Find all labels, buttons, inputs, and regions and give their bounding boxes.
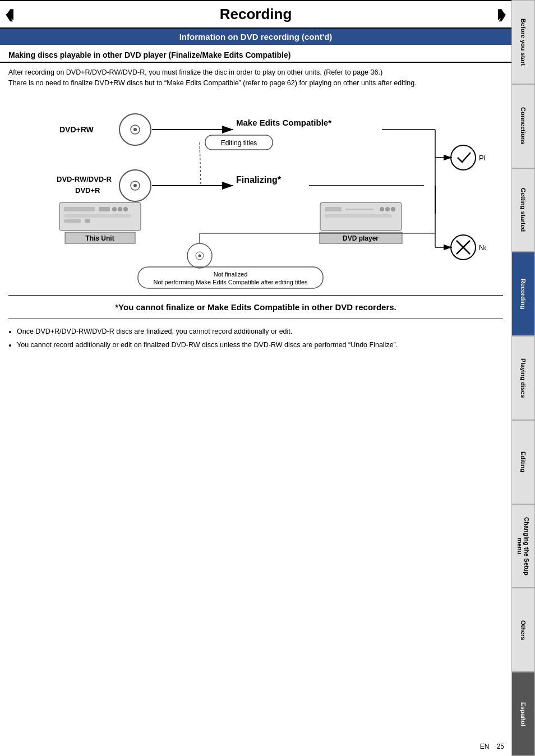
diagram-svg: DVD+RW Make Edits Compatible* Editing ti… xyxy=(26,99,486,289)
svg-point-28 xyxy=(385,207,390,211)
svg-point-27 xyxy=(380,207,384,211)
bullet-item-2-text: You cannot record additionally or edit o… xyxy=(17,341,398,349)
svg-point-29 xyxy=(391,207,395,211)
tab-before-you-start[interactable]: Before you start xyxy=(511,0,535,84)
svg-rect-21 xyxy=(64,219,81,223)
svg-point-17 xyxy=(112,207,117,211)
body-text-1: After recording on DVD+R/DVD-RW/DVD-R, y… xyxy=(8,67,503,78)
svg-point-36 xyxy=(451,145,476,170)
bullet-list: Once DVD+R/DVD-RW/DVD-R discs are finali… xyxy=(0,319,511,359)
svg-point-2 xyxy=(133,128,137,131)
title-arrow-right-icon: ❯ xyxy=(497,7,507,22)
tab-espanol[interactable]: Español xyxy=(511,672,535,756)
make-edits-label: Make Edits Compatible* xyxy=(236,118,331,127)
tab-recording[interactable]: Recording xyxy=(511,252,535,336)
page-number-prefix: EN xyxy=(480,743,490,750)
svg-rect-16 xyxy=(99,207,110,211)
editing-titles-label: Editing titles xyxy=(221,139,257,147)
finalizing-label: Finalizing* xyxy=(236,175,282,185)
diagram-area: DVD+RW Make Edits Compatible* Editing ti… xyxy=(0,93,511,295)
sidebar: Before you start Connections Getting sta… xyxy=(511,0,535,756)
not-performing-label: Not performing Make Edits Compatible aft… xyxy=(153,279,308,285)
svg-rect-22 xyxy=(85,219,90,223)
page-title-bar: ❮ Recording ❯ xyxy=(0,0,511,29)
tab-editing[interactable]: Editing xyxy=(511,420,535,504)
dvd-r-label: DVD+R xyxy=(75,186,100,195)
body-text-2: There is no need to finalize DVD+RW disc… xyxy=(8,78,503,89)
not-finalized-label: Not finalized xyxy=(214,271,248,278)
svg-point-11 xyxy=(133,184,137,187)
svg-rect-25 xyxy=(325,207,342,211)
this-unit-box-label: This Unit xyxy=(85,234,114,242)
tab-getting-started[interactable]: Getting started xyxy=(511,168,535,252)
tab-others[interactable]: Others xyxy=(511,588,535,672)
svg-line-8 xyxy=(200,142,201,186)
section-header: Information on DVD recording (cont'd) xyxy=(0,29,511,45)
bold-statement: *You cannot finalize or Make Edits Compa… xyxy=(8,295,503,319)
playable-label: Playable xyxy=(479,154,486,162)
dvd-player-label: DVD player xyxy=(343,234,379,242)
body-text: After recording on DVD+R/DVD-RW/DVD-R, y… xyxy=(0,63,511,93)
svg-point-19 xyxy=(123,207,128,211)
dvd-rw-label: DVD+RW xyxy=(59,125,94,134)
dvd-rw-dvd-r-label: DVD-RW/DVD-R xyxy=(57,175,112,183)
page-number: EN 25 xyxy=(480,743,504,750)
title-arrow-left-icon: ❮ xyxy=(4,7,15,22)
svg-rect-20 xyxy=(64,214,131,218)
bullet-item-1: Once DVD+R/DVD-RW/DVD-R discs are finali… xyxy=(17,326,503,337)
svg-rect-30 xyxy=(325,214,392,218)
tab-connections[interactable]: Connections xyxy=(511,84,535,168)
svg-rect-15 xyxy=(64,207,95,211)
svg-point-44 xyxy=(199,254,201,257)
page-number-value: 25 xyxy=(497,743,504,750)
bullet-item-2: You cannot record additionally or edit o… xyxy=(17,339,503,351)
tab-playing-discs[interactable]: Playing discs xyxy=(511,336,535,420)
sub-header: Making discs playable in other DVD playe… xyxy=(0,45,511,63)
not-playable-label: Not Playable xyxy=(479,243,486,252)
tab-changing-setup-menu[interactable]: Changing the Setup menu xyxy=(511,504,535,588)
page-title: Recording xyxy=(220,6,292,23)
svg-point-18 xyxy=(118,207,122,211)
